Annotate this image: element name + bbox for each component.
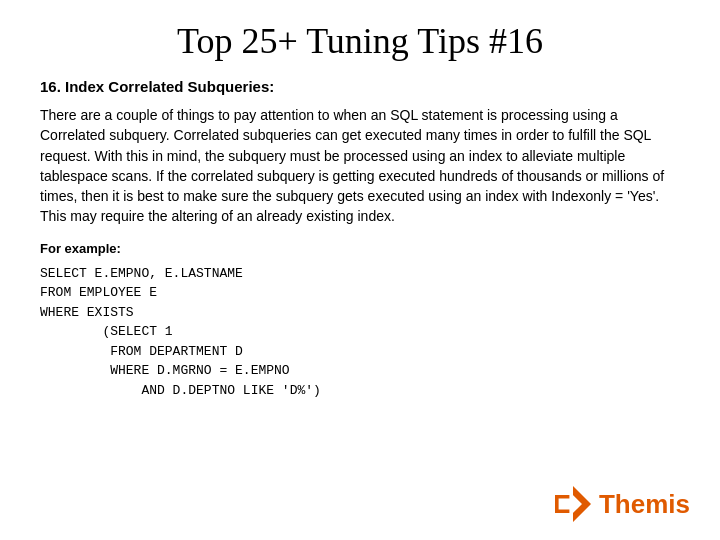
logo-text: Themis [599,489,690,520]
section-heading: 16. Index Correlated Subqueries: [40,78,680,95]
page-title: Top 25+ Tuning Tips #16 [40,20,680,62]
body-paragraph: There are a couple of things to pay atte… [40,105,680,227]
logo: Themis [555,486,690,522]
code-block: SELECT E.EMPNO, E.LASTNAME FROM EMPLOYEE… [40,264,680,401]
for-example-label: For example: [40,241,680,256]
page: Top 25+ Tuning Tips #16 16. Index Correl… [0,0,720,540]
themis-logo-icon [555,486,591,522]
